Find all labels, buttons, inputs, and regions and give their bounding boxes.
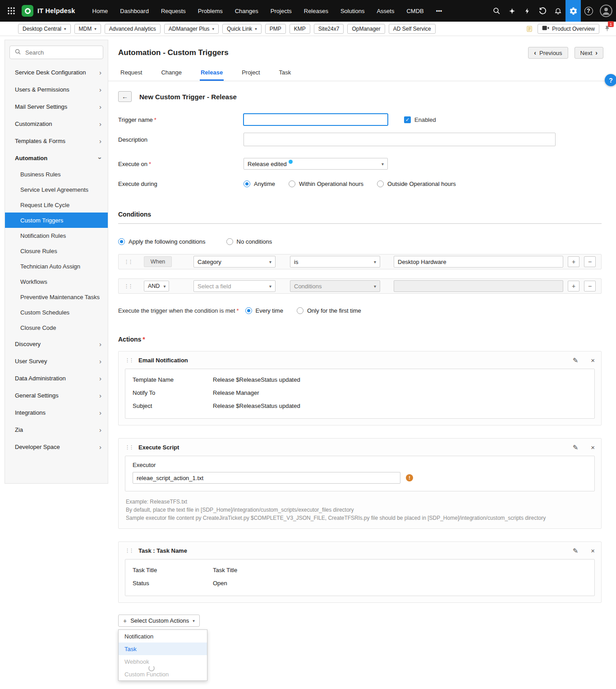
warning-icon[interactable]: !: [406, 474, 413, 481]
remove-condition-button[interactable]: −: [584, 256, 596, 267]
sidebar-item-customization[interactable]: Customization›: [5, 115, 108, 132]
condition-value-input[interactable]: [394, 256, 563, 268]
add-condition-button[interactable]: +: [568, 256, 579, 267]
drag-handle-icon[interactable]: ⋮⋮: [125, 357, 134, 363]
condition-value-input[interactable]: [394, 280, 563, 292]
sidebar-item-service-desk-configuration[interactable]: Service Desk Configuration›: [5, 64, 108, 81]
sidebar-item-zia[interactable]: Zia›: [5, 421, 108, 438]
quickbar-button-desktop-central[interactable]: Desktop Central▾: [18, 24, 71, 34]
sidebar-item-general-settings[interactable]: General Settings›: [5, 387, 108, 404]
add-condition-button[interactable]: +: [568, 281, 579, 291]
menu-item-notification[interactable]: Notification: [119, 630, 207, 643]
quickbar-button-site24x7[interactable]: Site24x7: [314, 24, 344, 34]
condition-logic-select[interactable]: AND▾: [144, 281, 169, 291]
sidebar-item-discovery[interactable]: Discovery›: [5, 335, 108, 352]
execute-on-select[interactable]: Release edited ▾: [244, 158, 388, 170]
quick-actions-lightning-icon[interactable]: [519, 0, 535, 22]
sidebar-item-developer-space[interactable]: Developer Space›: [5, 438, 108, 455]
settings-gear-icon[interactable]: [565, 0, 581, 22]
sidebar-item-mail-server-settings[interactable]: Mail Server Settings›: [5, 98, 108, 115]
sidebar-item-request-life-cycle[interactable]: Request Life Cycle: [5, 197, 108, 213]
executor-input[interactable]: [133, 472, 400, 484]
floating-help-button[interactable]: ?: [605, 74, 616, 86]
quickbar-button-opmanager[interactable]: OpManager: [347, 24, 385, 34]
notifications-bell-icon[interactable]: [550, 0, 565, 22]
nav-more-icon[interactable]: •••: [436, 8, 442, 14]
sidebar-item-notification-rules[interactable]: Notification Rules: [5, 228, 108, 243]
sidebar-item-integrations[interactable]: Integrations›: [5, 404, 108, 421]
radio-within-operational-hours[interactable]: Within Operational hours: [289, 180, 363, 187]
description-input[interactable]: [244, 133, 556, 146]
history-icon[interactable]: [535, 0, 550, 22]
tab-task[interactable]: Task: [278, 65, 292, 81]
apps-grid-icon[interactable]: [7, 7, 15, 15]
sidebar-item-custom-triggers[interactable]: Custom Triggers: [5, 213, 108, 228]
enabled-checkbox[interactable]: ✓ Enabled: [404, 116, 436, 123]
nav-releases[interactable]: Releases: [304, 8, 328, 14]
product-overview-button[interactable]: Product Overview: [538, 24, 599, 34]
sidebar-item-automation[interactable]: Automation›: [5, 149, 108, 166]
condition-operator-select[interactable]: is▾: [290, 256, 380, 268]
sidebar-item-closure-rules[interactable]: Closure Rules: [5, 243, 108, 259]
nav-solutions[interactable]: Solutions: [340, 8, 364, 14]
select-custom-actions-button[interactable]: + Select Custom Actions ▾: [118, 615, 200, 627]
sidebar-item-data-administration[interactable]: Data Administration›: [5, 370, 108, 387]
radio-every-time[interactable]: Every time: [245, 307, 283, 314]
condition-operator-select[interactable]: Conditions▾: [290, 280, 380, 292]
back-button[interactable]: ←: [118, 91, 132, 102]
nav-cmdb[interactable]: CMDB: [406, 8, 423, 14]
quickbar-button-mdm[interactable]: MDM▾: [74, 24, 101, 34]
user-avatar[interactable]: [596, 0, 616, 22]
quickbar-button-ad-self-service[interactable]: AD Self Service: [389, 24, 436, 34]
sidebar-item-templates-forms[interactable]: Templates & Forms›: [5, 132, 108, 149]
nav-problems[interactable]: Problems: [198, 8, 223, 14]
menu-item-task[interactable]: Task: [119, 643, 207, 655]
sidebar-item-business-rules[interactable]: Business Rules: [5, 166, 108, 182]
radio-anytime[interactable]: Anytime: [244, 180, 275, 187]
drag-handle-icon[interactable]: ⋮⋮: [124, 259, 133, 265]
previous-button[interactable]: ‹Previous: [528, 47, 568, 59]
close-icon[interactable]: ×: [591, 357, 595, 364]
nav-home[interactable]: Home: [92, 8, 108, 14]
quickbar-button-admanager-plus[interactable]: ADManager Plus▾: [164, 24, 219, 34]
quickbar-button-pmp[interactable]: PMP: [265, 24, 286, 34]
radio-no-conditions[interactable]: No conditions: [226, 238, 272, 245]
notepad-icon[interactable]: [526, 25, 533, 33]
sidebar-item-closure-code[interactable]: Closure Code: [5, 320, 108, 335]
tab-request[interactable]: Request: [120, 65, 143, 81]
condition-field-select[interactable]: Category▾: [193, 256, 276, 268]
quickbar-button-quick-link[interactable]: Quick Link▾: [222, 24, 262, 34]
edit-pencil-icon[interactable]: ✎: [573, 357, 579, 364]
nav-requests[interactable]: Requests: [161, 8, 186, 14]
sidebar-item-custom-schedules[interactable]: Custom Schedules: [5, 305, 108, 320]
sidebar-item-service-level-agreements[interactable]: Service Level Agreements: [5, 182, 108, 197]
remove-condition-button[interactable]: −: [584, 281, 596, 291]
close-icon[interactable]: ×: [591, 444, 595, 451]
drag-handle-icon[interactable]: ⋮⋮: [125, 548, 134, 554]
pin-icon[interactable]: 1: [604, 25, 611, 32]
nav-projects[interactable]: Projects: [271, 8, 292, 14]
edit-pencil-icon[interactable]: ✎: [573, 444, 579, 451]
sidebar-item-user-survey[interactable]: User Survey›: [5, 352, 108, 370]
sidebar-item-users-permissions[interactable]: Users & Permissions›: [5, 81, 108, 98]
sidebar-item-workflows[interactable]: Workflows: [5, 274, 108, 289]
radio-outside-operational-hours[interactable]: Outside Operational hours: [377, 180, 456, 187]
tab-release[interactable]: Release: [200, 65, 224, 81]
drag-handle-icon[interactable]: ⋮⋮: [124, 283, 133, 289]
help-icon[interactable]: ?: [581, 0, 596, 22]
edit-pencil-icon[interactable]: ✎: [573, 547, 579, 554]
nav-changes[interactable]: Changes: [235, 8, 258, 14]
whats-new-spark-icon[interactable]: [504, 0, 519, 22]
radio-only-first-time[interactable]: Only for the first time: [297, 307, 361, 314]
quickbar-button-advanced-analytics[interactable]: Advanced Analytics: [105, 24, 161, 34]
sidebar-item-preventive-maintenance-tasks[interactable]: Preventive Maintenance Tasks: [5, 289, 108, 305]
quickbar-button-kmp[interactable]: KMP: [290, 24, 310, 34]
search-icon[interactable]: [489, 0, 504, 22]
tab-change[interactable]: Change: [160, 65, 183, 81]
next-button[interactable]: Next›: [575, 47, 603, 59]
trigger-name-input[interactable]: [244, 114, 388, 125]
drag-handle-icon[interactable]: ⋮⋮: [125, 444, 134, 450]
tab-project[interactable]: Project: [241, 65, 261, 81]
sidebar-item-technician-auto-assign[interactable]: Technician Auto Assign: [5, 259, 108, 274]
sidebar-search-input[interactable]: [25, 49, 105, 56]
